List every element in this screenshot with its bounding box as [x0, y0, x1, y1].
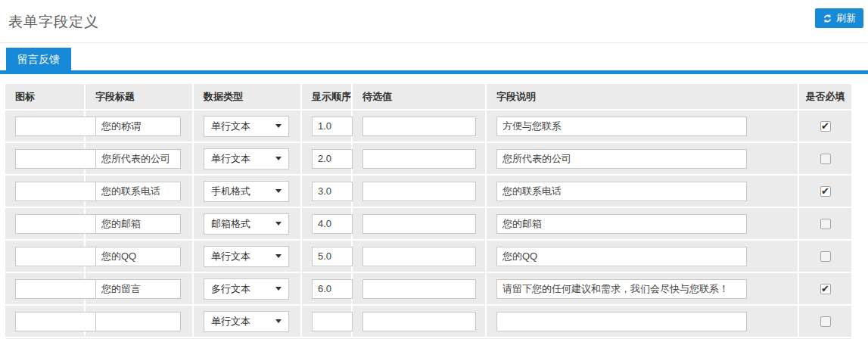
data-type-select[interactable]: 单行文本	[204, 246, 289, 267]
refresh-button-label: 刷新	[836, 11, 856, 25]
table-row: 手机格式 ✔	[5, 174, 851, 207]
field-description-input[interactable]	[496, 214, 747, 234]
field-title-input[interactable]	[95, 312, 181, 331]
header-divider	[0, 42, 868, 43]
display-order-input[interactable]	[312, 312, 353, 331]
candidate-value-input[interactable]	[362, 312, 476, 331]
table-row: 单行文本	[5, 304, 851, 337]
field-description-input[interactable]	[496, 149, 747, 169]
candidate-value-input[interactable]	[362, 149, 476, 169]
dropdown-arrow-icon	[275, 222, 282, 225]
field-definition-table: 图标 字段标题 数据类型 显示顺序 待选值 字段说明 是否必填 单行文本 ✔ 单…	[5, 84, 851, 339]
display-order-input[interactable]	[312, 214, 353, 234]
field-title-input[interactable]	[95, 247, 181, 266]
candidate-value-input[interactable]	[362, 117, 476, 136]
header-data-type: 数据类型	[194, 84, 302, 109]
required-checkbox[interactable]: ✔	[820, 284, 831, 294]
tab-message-feedback[interactable]: 留言反馈	[6, 48, 71, 70]
table-header-row: 图标 字段标题 数据类型 显示顺序 待选值 字段说明 是否必填	[5, 84, 851, 109]
data-type-selected-value: 多行文本	[211, 282, 250, 296]
required-checkbox[interactable]	[820, 219, 831, 229]
data-type-selected-value: 单行文本	[211, 152, 250, 166]
field-description-input[interactable]	[496, 312, 747, 331]
header-candidate-value: 待选值	[353, 84, 487, 109]
required-checkbox[interactable]: ✔	[820, 186, 831, 197]
display-order-input[interactable]	[312, 182, 353, 201]
display-order-input[interactable]	[312, 149, 353, 169]
table-body: 单行文本 ✔ 单行文本 手机格式	[5, 109, 851, 337]
table-row: 单行文本 ✔	[5, 109, 851, 142]
dropdown-arrow-icon	[275, 124, 282, 128]
data-type-select[interactable]: 单行文本	[204, 311, 289, 332]
data-type-select[interactable]: 单行文本	[204, 116, 289, 137]
page-title: 表单字段定义	[8, 12, 99, 32]
page: 表单字段定义 刷新 留言反馈 图标 字段标题 数据类型 显示顺序 待选值 字段说…	[0, 0, 868, 339]
field-description-input[interactable]	[496, 182, 747, 201]
data-type-selected-value: 单行文本	[211, 120, 250, 133]
data-type-selected-value: 手机格式	[211, 185, 250, 198]
display-order-input[interactable]	[312, 247, 353, 266]
header-required: 是否必填	[799, 84, 851, 109]
required-checkbox[interactable]	[820, 251, 831, 262]
dropdown-arrow-icon	[275, 189, 282, 193]
dropdown-arrow-icon	[275, 319, 282, 323]
data-type-select[interactable]: 邮箱格式	[204, 213, 289, 235]
candidate-value-input[interactable]	[362, 214, 476, 234]
table-row: 单行文本	[5, 239, 851, 272]
field-title-input[interactable]	[95, 182, 181, 201]
dropdown-arrow-icon	[275, 254, 282, 258]
dropdown-arrow-icon	[275, 157, 282, 160]
field-description-input[interactable]	[496, 247, 747, 266]
data-type-selected-value: 单行文本	[211, 315, 250, 328]
field-title-input[interactable]	[95, 117, 181, 136]
candidate-value-input[interactable]	[362, 279, 476, 299]
data-type-selected-value: 邮箱格式	[211, 217, 250, 231]
data-type-select[interactable]: 多行文本	[204, 278, 289, 300]
header-display-order: 显示顺序	[302, 84, 353, 109]
field-title-input[interactable]	[95, 149, 181, 169]
field-title-input[interactable]	[95, 279, 181, 299]
header-field-title: 字段标题	[86, 84, 194, 109]
dropdown-arrow-icon	[275, 287, 282, 291]
required-checkbox[interactable]	[820, 154, 831, 164]
data-type-select[interactable]: 单行文本	[204, 148, 289, 170]
table-row: 多行文本 ✔	[5, 272, 851, 304]
display-order-input[interactable]	[312, 279, 353, 299]
required-checkbox[interactable]: ✔	[820, 121, 831, 132]
header-field-description: 字段说明	[487, 84, 799, 109]
header-icon: 图标	[5, 84, 86, 109]
refresh-button[interactable]: 刷新	[815, 8, 863, 28]
candidate-value-input[interactable]	[362, 182, 476, 201]
required-checkbox[interactable]	[820, 316, 831, 327]
field-description-input[interactable]	[496, 279, 747, 299]
data-type-select[interactable]: 手机格式	[204, 181, 289, 202]
display-order-input[interactable]	[312, 117, 353, 136]
table-row: 单行文本	[5, 142, 851, 174]
data-type-selected-value: 单行文本	[211, 250, 250, 263]
field-description-input[interactable]	[496, 117, 747, 136]
tab-underline-bar	[0, 70, 868, 74]
refresh-icon	[823, 14, 832, 23]
field-title-input[interactable]	[95, 214, 181, 234]
table-row: 邮箱格式	[5, 207, 851, 239]
candidate-value-input[interactable]	[362, 247, 476, 266]
